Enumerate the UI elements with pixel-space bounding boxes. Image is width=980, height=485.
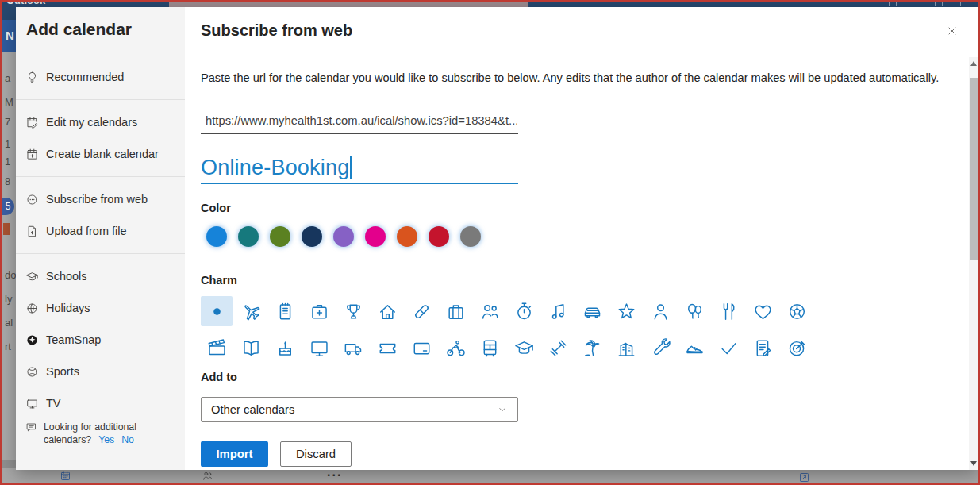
charm-person[interactable] bbox=[644, 296, 676, 326]
color-swatch-9[interactable] bbox=[460, 226, 481, 247]
charm-monitor[interactable] bbox=[303, 333, 335, 363]
sidebar-item-edit-my-calendars[interactable]: Edit my calendars bbox=[16, 106, 185, 138]
bus-icon bbox=[479, 337, 501, 359]
sidebar-item-label: Holidays bbox=[46, 302, 90, 314]
charm-cyclist[interactable] bbox=[440, 333, 471, 363]
charm-graduation-cap[interactable] bbox=[508, 333, 540, 363]
sidebar-item-recommended[interactable]: Recommended bbox=[16, 61, 185, 93]
graduation-cap-icon bbox=[513, 337, 535, 359]
charm-wrench[interactable] bbox=[644, 333, 676, 363]
add-to-dropdown[interactable]: Other calendars bbox=[201, 397, 518, 422]
charm-soccer-ball[interactable] bbox=[781, 296, 813, 326]
sidebar-item-tv[interactable]: TV bbox=[16, 387, 185, 419]
sidebar-item-label: Edit my calendars bbox=[46, 116, 137, 129]
backdrop-text-fragment: do bbox=[5, 269, 16, 281]
charm-credit-card[interactable] bbox=[405, 333, 437, 363]
charm-balloons[interactable] bbox=[678, 296, 710, 326]
feedback-yes-link[interactable]: Yes bbox=[98, 434, 114, 445]
color-swatch-2[interactable] bbox=[238, 226, 259, 247]
charm-heart[interactable] bbox=[747, 296, 778, 326]
sidebar-item-label: TeamSnap bbox=[46, 333, 101, 346]
charm-journal[interactable] bbox=[747, 333, 778, 363]
delivery-truck-icon bbox=[343, 337, 364, 359]
calendar-icon[interactable] bbox=[60, 470, 71, 482]
color-swatches bbox=[206, 226, 481, 247]
calendar-url-input[interactable] bbox=[201, 110, 518, 134]
charm-label: Charm bbox=[201, 274, 237, 287]
charm-trophy[interactable] bbox=[337, 296, 369, 326]
monitor-icon bbox=[309, 337, 330, 359]
charm-dartboard[interactable] bbox=[781, 333, 813, 363]
charm-bus[interactable] bbox=[474, 333, 505, 363]
people-icon[interactable] bbox=[202, 470, 213, 482]
sidebar-item-sports[interactable]: Sports bbox=[16, 356, 185, 387]
add-to-label: Add to bbox=[201, 371, 237, 383]
popout-icon[interactable] bbox=[798, 472, 810, 483]
palm-tree-icon bbox=[582, 337, 603, 359]
sidebar-item-teamsnap[interactable]: TeamSnap bbox=[16, 324, 185, 356]
dining-icon bbox=[718, 301, 740, 322]
backdrop-dark-remnant bbox=[2, 460, 16, 468]
charm-car[interactable] bbox=[576, 296, 608, 326]
charm-delivery-truck[interactable] bbox=[337, 333, 369, 363]
charm-checkmark[interactable] bbox=[713, 333, 744, 363]
color-swatch-6[interactable] bbox=[365, 226, 386, 247]
sidebar-item-schools[interactable]: Schools bbox=[16, 260, 185, 292]
charm-clapperboard[interactable] bbox=[201, 333, 233, 363]
sidebar-item-create-blank-calendar[interactable]: Create blank calendar bbox=[16, 138, 185, 170]
dartboard-icon bbox=[786, 337, 808, 359]
color-swatch-1[interactable] bbox=[206, 226, 227, 247]
airplane-icon bbox=[240, 301, 262, 322]
feedback-no-link[interactable]: No bbox=[121, 434, 134, 445]
bottom-nav-bar: ... bbox=[2, 468, 978, 483]
color-swatch-3[interactable] bbox=[270, 226, 290, 247]
import-button[interactable]: Import bbox=[201, 441, 268, 467]
charm-stopwatch[interactable] bbox=[508, 296, 540, 326]
charm-pill[interactable] bbox=[405, 296, 437, 326]
discard-button[interactable]: Discard bbox=[280, 441, 352, 467]
scrollbar-thumb[interactable] bbox=[970, 78, 978, 260]
sidebar-item-subscribe-from-web[interactable]: Subscribe from web bbox=[16, 183, 185, 215]
charm-dining[interactable] bbox=[713, 296, 744, 326]
scroll-up-icon[interactable] bbox=[969, 58, 978, 69]
sidebar-title: Add calendar bbox=[26, 20, 132, 39]
sidebar-nav: RecommendedEdit my calendarsCreate blank… bbox=[16, 61, 185, 419]
sidebar-item-holidays[interactable]: Holidays bbox=[16, 292, 185, 324]
sidebar-item-upload-from-file[interactable]: Upload from file bbox=[16, 215, 185, 247]
charm-ticket[interactable] bbox=[371, 333, 403, 363]
charm-airplane[interactable] bbox=[235, 296, 267, 326]
charm-home[interactable] bbox=[371, 296, 403, 326]
charm-music-note[interactable] bbox=[542, 296, 574, 326]
charm-dot[interactable] bbox=[201, 296, 233, 326]
topbar-glyph-icon bbox=[960, 2, 963, 6]
sidebar-item-label: Create blank calendar bbox=[46, 148, 159, 160]
charm-first-aid-kit[interactable] bbox=[303, 296, 335, 326]
dialog-title: Subscribe from web bbox=[201, 21, 352, 40]
charm-people[interactable] bbox=[474, 296, 505, 326]
dialog-sidebar: Add calendar RecommendedEdit my calendar… bbox=[16, 7, 185, 470]
backdrop-text-fragment: a bbox=[5, 72, 10, 84]
charm-palm-tree[interactable] bbox=[576, 333, 608, 363]
scroll-down-icon[interactable] bbox=[969, 458, 978, 469]
dialog-scrollbar[interactable] bbox=[969, 57, 978, 470]
running-shoe-icon bbox=[684, 337, 705, 359]
color-swatch-5[interactable] bbox=[333, 226, 354, 247]
calendar-name-input[interactable]: Online-Booking bbox=[201, 152, 518, 184]
charm-open-book[interactable] bbox=[235, 333, 267, 363]
charm-dumbbell[interactable] bbox=[542, 333, 574, 363]
chevron-down-icon bbox=[497, 404, 508, 415]
clapperboard-icon bbox=[206, 337, 228, 359]
open-book-icon bbox=[240, 337, 262, 359]
charm-city-building[interactable] bbox=[610, 333, 642, 363]
charm-notepad[interactable] bbox=[269, 296, 301, 326]
charm-birthday-cake[interactable] bbox=[269, 333, 301, 363]
close-icon[interactable] bbox=[943, 23, 961, 40]
color-swatch-4[interactable] bbox=[302, 226, 322, 247]
sidebar-item-label: Upload from file bbox=[46, 225, 127, 237]
credit-card-icon bbox=[411, 337, 432, 359]
color-swatch-8[interactable] bbox=[429, 226, 449, 247]
charm-briefcase[interactable] bbox=[440, 296, 471, 326]
charm-running-shoe[interactable] bbox=[678, 333, 710, 363]
color-swatch-7[interactable] bbox=[397, 226, 417, 247]
charm-star[interactable] bbox=[610, 296, 642, 326]
